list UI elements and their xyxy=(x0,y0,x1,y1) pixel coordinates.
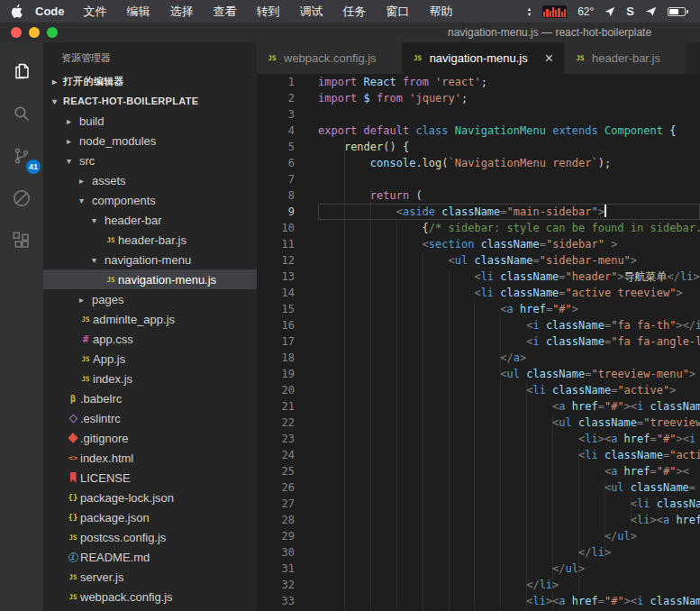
menu-item[interactable]: 查看 xyxy=(204,4,247,20)
line-number[interactable]: 23 xyxy=(257,431,318,447)
location-arrow-icon[interactable] xyxy=(605,6,615,17)
project-root-header[interactable]: ▾REACT-HOT-BOILERPLATE xyxy=(43,91,257,111)
tree-file-package.json[interactable]: {}package.json xyxy=(43,507,257,527)
tree-file-LICENSE[interactable]: LICENSE xyxy=(43,468,257,488)
code-line[interactable]: 1import React from 'react'; xyxy=(257,74,700,90)
tree-folder-components[interactable]: ▾components xyxy=(43,190,257,210)
tree-file-postcss.config.js[interactable]: JSpostcss.config.js xyxy=(43,527,257,547)
line-number[interactable]: 19 xyxy=(257,366,318,382)
menu-item[interactable]: 帮助 xyxy=(420,4,463,20)
code-line[interactable]: 32 </li> xyxy=(257,577,700,593)
tree-file-server.js[interactable]: JSserver.js xyxy=(43,567,257,587)
line-number[interactable]: 2 xyxy=(257,90,318,106)
extensions-icon[interactable] xyxy=(0,219,43,261)
tree-folder-assets[interactable]: ▸assets xyxy=(43,170,257,190)
line-number[interactable]: 1 xyxy=(257,74,318,90)
tree-folder-pages[interactable]: ▸pages xyxy=(43,289,257,309)
line-number[interactable]: 28 xyxy=(257,512,318,528)
menu-item[interactable]: 文件 xyxy=(74,4,117,20)
tab-webpack.config.js[interactable]: JSwebpack.config.js xyxy=(257,42,403,74)
code-line[interactable]: 10 {/* sidebar: style can be found in si… xyxy=(257,220,700,236)
line-number[interactable]: 12 xyxy=(257,252,318,269)
code-line[interactable]: 20 <li className="active"> xyxy=(257,382,700,398)
tree-file-index.js[interactable]: JSindex.js xyxy=(43,369,257,388)
line-number[interactable]: 3 xyxy=(257,106,318,123)
menu-item[interactable]: 选择 xyxy=(160,4,204,20)
code-line[interactable]: 22 <ul className="treeview-menu" xyxy=(257,415,700,431)
tab-navigation-menu.js[interactable]: JSnavigation-menu.js× xyxy=(403,42,565,74)
line-number[interactable]: 22 xyxy=(257,415,318,431)
code-line[interactable]: 30 </li> xyxy=(257,544,700,561)
line-number[interactable]: 32 xyxy=(257,577,318,593)
code-line[interactable]: 13 <li className="header">导航菜单</li> xyxy=(257,269,700,285)
code-line[interactable]: 4export default class NavigationMenu ext… xyxy=(257,123,700,139)
code-line[interactable]: 12 <ul className="sidebar-menu"> xyxy=(257,252,700,269)
line-number[interactable]: 30 xyxy=(257,544,318,561)
code-line[interactable]: 6 console.log(`NavigationMenu render`); xyxy=(257,155,700,171)
explorer-icon[interactable] xyxy=(0,50,43,92)
code-line[interactable]: 3 xyxy=(257,106,700,123)
zoom-window-button[interactable] xyxy=(47,27,58,38)
line-number[interactable]: 18 xyxy=(257,350,318,366)
tree-folder-src[interactable]: ▾src xyxy=(43,150,257,170)
line-number[interactable]: 24 xyxy=(257,447,318,463)
code-line[interactable]: 7 xyxy=(257,171,700,187)
code-line[interactable]: 11 <section className="sidebar" > xyxy=(257,236,700,252)
tree-file-README.md[interactable]: iREADME.md xyxy=(43,547,257,567)
search-icon[interactable] xyxy=(0,92,43,134)
line-number[interactable]: 14 xyxy=(257,285,318,301)
code-line[interactable]: 23 <li><a href="#"><i xyxy=(257,431,700,447)
tree-file-index.html[interactable]: <>index.html xyxy=(43,448,257,468)
line-number[interactable]: 9 xyxy=(257,204,318,220)
apple-menu-icon[interactable] xyxy=(11,5,23,18)
code-line[interactable]: 26 <ul className= xyxy=(257,479,700,496)
code-line[interactable]: 27 <li classNa xyxy=(257,496,700,512)
line-number[interactable]: 5 xyxy=(257,139,318,155)
tree-file-app.css[interactable]: #app.css xyxy=(43,329,257,349)
line-number[interactable]: 15 xyxy=(257,301,318,317)
s-logo-icon[interactable]: S xyxy=(626,5,634,18)
code-line[interactable]: 21 <a href="#"><i className xyxy=(257,398,700,415)
minimize-window-button[interactable] xyxy=(29,27,40,38)
line-number[interactable]: 21 xyxy=(257,398,318,415)
app-menu[interactable]: Code xyxy=(26,5,74,18)
tree-file-.babelrc[interactable]: β.babelrc xyxy=(43,388,257,408)
close-icon[interactable]: × xyxy=(545,51,553,66)
tree-file-navigation-menu.js[interactable]: JSnavigation-menu.js xyxy=(43,269,257,289)
line-number[interactable]: 25 xyxy=(257,463,318,479)
menu-item[interactable]: 任务 xyxy=(333,4,377,20)
tree-file-package-lock.json[interactable]: {}package-lock.json xyxy=(43,488,257,507)
tree-file-webpack.config.js[interactable]: JSwebpack.config.js xyxy=(43,587,257,606)
code-line[interactable]: 16 <i className="fa fa-th"></i> xyxy=(257,317,700,333)
line-number[interactable]: 17 xyxy=(257,333,318,350)
line-number[interactable]: 33 xyxy=(257,593,318,609)
battery-icon[interactable] xyxy=(668,7,686,16)
code-line[interactable]: 18 </a> xyxy=(257,350,700,366)
line-number[interactable]: 13 xyxy=(257,269,318,285)
code-line[interactable]: 33 <li><a href="#"><i classNam xyxy=(257,593,700,609)
menu-item[interactable]: 编辑 xyxy=(117,4,160,20)
code-line[interactable]: 29 </ul> xyxy=(257,528,700,544)
code-line[interactable]: 17 <i className="fa fa-angle-left" xyxy=(257,333,700,350)
code-line[interactable]: 14 <li className="active treeview"> xyxy=(257,285,700,301)
tree-folder-build[interactable]: ▸build xyxy=(43,111,257,131)
tree-file-.eslintrc[interactable]: .eslintrc xyxy=(43,408,257,428)
line-number[interactable]: 16 xyxy=(257,317,318,333)
line-number[interactable]: 20 xyxy=(257,382,318,398)
tree-folder-header-bar[interactable]: ▾header-bar xyxy=(43,210,257,230)
tree-file-header-bar.js[interactable]: JSheader-bar.js xyxy=(43,230,257,250)
window-titlebar[interactable]: navigation-menu.js — react-hot-boilerpla… xyxy=(0,23,700,42)
menu-item[interactable]: 窗口 xyxy=(377,4,420,20)
open-editors-header[interactable]: ▸打开的编辑器 xyxy=(43,71,257,91)
menu-item[interactable]: 转到 xyxy=(247,4,290,20)
line-number[interactable]: 27 xyxy=(257,496,318,512)
tree-file-adminlte_app.js[interactable]: JSadminlte_app.js xyxy=(43,309,257,329)
code-line[interactable]: 24 <li className="active" xyxy=(257,447,700,463)
menu-item[interactable]: 调试 xyxy=(290,4,333,20)
tree-file-.gitignore[interactable]: .gitignore xyxy=(43,428,257,448)
line-number[interactable]: 7 xyxy=(257,171,318,187)
code-line[interactable]: 5 render() { xyxy=(257,139,700,155)
tab-header-bar.js[interactable]: JSheader-bar.js xyxy=(565,42,686,74)
code-line[interactable]: 31 </ul> xyxy=(257,561,700,577)
code-line[interactable]: 15 <a href="#"> xyxy=(257,301,700,317)
